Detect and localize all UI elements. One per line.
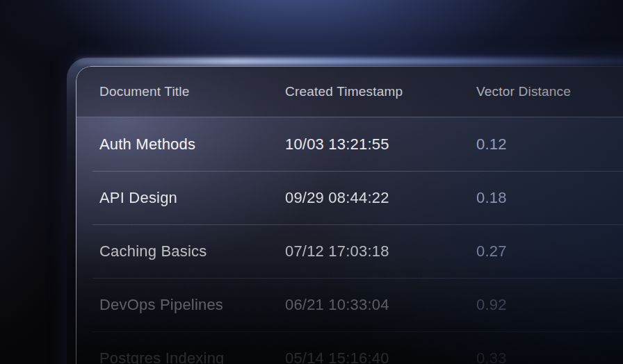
- cell-vector-distance: 0.33: [476, 349, 623, 364]
- table-row[interactable]: API Design 09/29 08:44:22 0.18: [76, 171, 623, 224]
- table-row[interactable]: Caching Basics 07/12 17:03:18 0.27: [76, 224, 623, 278]
- table-row[interactable]: Auth Methods 10/03 13:21:55 0.12: [76, 117, 623, 171]
- column-header-created-timestamp[interactable]: Created Timestamp: [285, 84, 476, 99]
- cell-document-title: API Design: [99, 189, 285, 207]
- cell-created-timestamp: 07/12 17:03:18: [285, 242, 476, 260]
- card-outer-rim: Document Title Created Timestamp Vector …: [67, 58, 623, 364]
- cell-document-title: Postgres Indexing: [99, 349, 285, 364]
- column-header-document-title[interactable]: Document Title: [99, 84, 285, 99]
- screenshot-stage: Document Title Created Timestamp Vector …: [0, 0, 623, 364]
- cell-created-timestamp: 05/14 15:16:40: [285, 349, 476, 364]
- table-row[interactable]: DevOps Pipelines 06/21 10:33:04 0.92: [76, 278, 623, 331]
- cell-created-timestamp: 06/21 10:33:04: [285, 296, 476, 314]
- documents-results-card: Document Title Created Timestamp Vector …: [76, 66, 623, 364]
- cell-created-timestamp: 09/29 08:44:22: [285, 189, 476, 207]
- cell-vector-distance: 0.18: [476, 189, 623, 207]
- column-header-vector-distance[interactable]: Vector Distance: [476, 84, 623, 99]
- cell-document-title: Caching Basics: [99, 242, 285, 260]
- table-header-row: Document Title Created Timestamp Vector …: [76, 66, 623, 117]
- cell-vector-distance: 0.92: [476, 296, 623, 314]
- cell-document-title: DevOps Pipelines: [99, 296, 285, 314]
- cell-vector-distance: 0.27: [476, 242, 623, 260]
- table-body: Auth Methods 10/03 13:21:55 0.12 API Des…: [76, 117, 623, 364]
- cell-document-title: Auth Methods: [99, 135, 285, 154]
- table-row[interactable]: Postgres Indexing 05/14 15:16:40 0.33: [76, 331, 623, 364]
- cell-created-timestamp: 10/03 13:21:55: [285, 135, 476, 154]
- cell-vector-distance: 0.12: [476, 135, 623, 154]
